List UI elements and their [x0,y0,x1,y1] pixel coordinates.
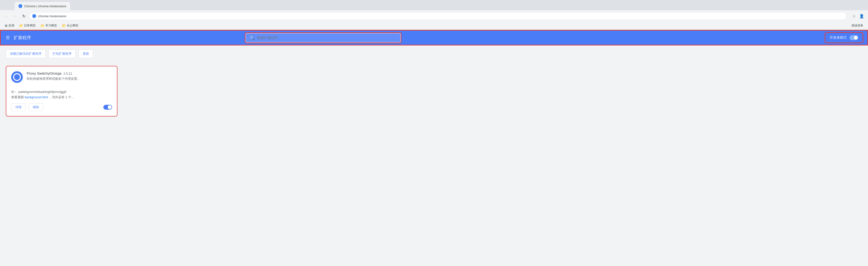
views-label: 查看视图 [11,95,24,99]
reading-list-button[interactable]: 阅读清单 [849,23,865,28]
bookmark-apps[interactable]: ⊞ 应用 [3,23,16,28]
dev-mode-label: 开发者模式 [830,35,847,40]
extension-views-row: 查看视图 background.html ，另外还有 1 个... [11,95,112,100]
address-bar-row: ← → ↻ chrome://extensions ☆ 👤 [0,10,868,22]
extension-info: Proxy SwitchyOmega 2.5.21 轻松快捷地管理和切换多个代理… [27,71,112,81]
folder-icon-3: 📁 [62,24,66,27]
bookmark-office[interactable]: 📁 办公网页 [60,23,80,28]
views-more: ，另外还有 1 个... [49,95,74,99]
search-icon: 🔍 [250,35,255,40]
pack-button[interactable]: 打包扩展程序 [49,49,76,58]
tab-favicon [19,4,22,8]
folder-icon-1: 📁 [19,24,23,27]
id-label: ID： [11,90,18,94]
bookmark-daily-label: 日常网页 [24,24,36,28]
extension-toggle-knob [108,105,112,109]
profile-button[interactable]: 👤 [858,12,865,20]
hamburger-icon[interactable]: ☰ [6,35,10,41]
load-unpacked-button[interactable]: 加载已解压的扩展程序 [6,49,45,58]
extensions-header: ☰ 扩展程序 🔍 开发者模式 [0,30,868,46]
extension-details: ID： padekgcemlokbadohgkifijomclgjgif 查看视… [11,88,112,100]
extension-icon-inner [13,73,21,81]
update-button[interactable]: 更新 [79,49,93,58]
views-link[interactable]: background.html [25,95,48,99]
active-tab[interactable]: Chrome | chrome://extensions [14,2,70,10]
extension-name: Proxy SwitchyOmega [27,71,61,75]
star-button[interactable]: ☆ [850,12,857,20]
action-row: 加载已解压的扩展程序 打包扩展程序 更新 [0,46,868,62]
bookmark-study[interactable]: 📁 学习网页 [38,23,59,28]
tab-bar: Chrome | chrome://extensions [0,0,868,10]
extension-icon [11,71,23,83]
main-content: Proxy SwitchyOmega 2.5.21 轻松快捷地管理和切换多个代理… [0,62,868,121]
toggle-knob [854,36,858,39]
browser-chrome: Chrome | chrome://extensions ← → ↻ chrom… [0,0,868,30]
search-box: 🔍 [246,33,401,43]
extension-card: Proxy SwitchyOmega 2.5.21 轻松快捷地管理和切换多个代理… [6,66,117,116]
folder-icon-2: 📁 [40,24,44,27]
extension-id-row: ID： padekgcemlokbadohgkifijomclgjgif [11,90,112,94]
bookmark-study-label: 学习网页 [45,24,57,28]
card-footer: 详情 移除 [11,103,112,111]
page-title: 扩展程序 [13,35,31,41]
bookmark-apps-label: 应用 [8,24,14,28]
address-text: chrome://extensions [38,14,66,18]
id-value: padekgcemlokbadohgkifijomclgjgif [19,90,66,94]
extension-toggle[interactable] [103,105,112,110]
developer-mode-area: 开发者模式 [826,33,862,42]
tab-title: Chrome | chrome://extensions [24,4,66,8]
bookmarks-bar: ⊞ 应用 📁 日常网页 📁 学习网页 📁 办公网页 阅读清单 [0,22,868,30]
browser-actions: ☆ 👤 [850,12,865,20]
search-container: 🔍 [246,33,401,43]
extension-description: 轻松快捷地管理和切换多个代理设置。 [27,76,112,81]
forward-button[interactable]: → [12,12,19,20]
extension-version: 2.5.21 [63,72,72,75]
card-header: Proxy SwitchyOmega 2.5.21 轻松快捷地管理和切换多个代理… [11,71,112,83]
back-button[interactable]: ← [3,12,10,20]
reload-button[interactable]: ↻ [20,12,27,20]
search-input[interactable] [257,36,396,39]
address-favicon [32,14,36,18]
header-left: ☰ 扩展程序 [6,35,31,41]
bookmark-daily[interactable]: 📁 日常网页 [17,23,38,28]
detail-button[interactable]: 详情 [11,103,26,111]
dev-mode-toggle[interactable] [849,35,858,40]
reading-list-label: 阅读清单 [851,24,863,28]
bookmark-office-label: 办公网页 [67,24,79,28]
apps-icon: ⊞ [5,24,7,27]
address-bar[interactable]: chrome://extensions [29,12,847,20]
remove-button[interactable]: 移除 [29,103,43,111]
ext-name-row: Proxy SwitchyOmega 2.5.21 [27,71,112,75]
